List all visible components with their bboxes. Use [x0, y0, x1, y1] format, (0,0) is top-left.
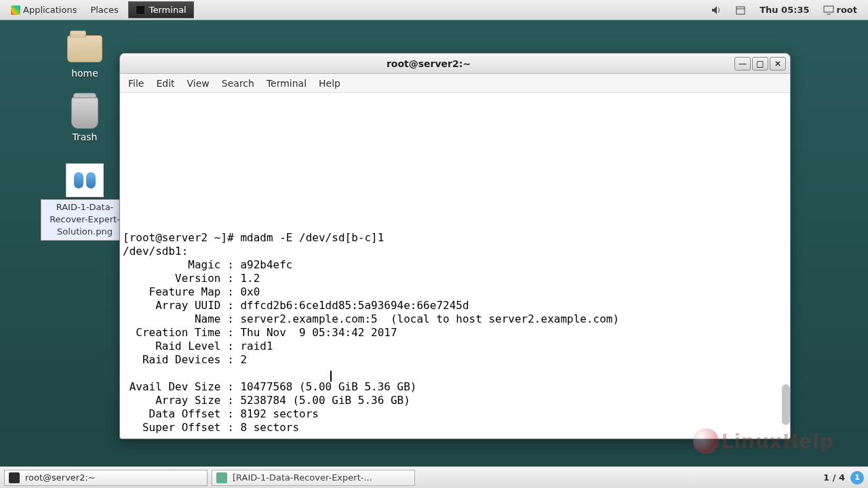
menu-search[interactable]: Search: [222, 78, 254, 89]
terminal-body[interactable]: [root@server2 ~]# mdadm -E /dev/sd[b-c]1…: [120, 93, 790, 439]
close-button[interactable]: ✕: [770, 57, 786, 70]
window-title: root@server2:~: [124, 58, 733, 69]
scrollbar[interactable]: [782, 93, 790, 439]
minimize-button[interactable]: —: [734, 57, 751, 70]
maximize-button[interactable]: □: [752, 57, 768, 70]
taskbar-image-viewer[interactable]: [RAID-1-Data-Recover-Expert-...: [212, 470, 415, 486]
active-app-label: Terminal: [149, 5, 186, 15]
text-cursor: [330, 371, 332, 382]
trash[interactable]: Trash: [66, 98, 104, 142]
svg-rect-2: [824, 6, 833, 12]
menu-help[interactable]: Help: [319, 78, 340, 89]
user-menu[interactable]: root: [816, 2, 865, 18]
terminal-output: [root@server2 ~]# mdadm -E /dev/sd[b-c]1…: [123, 231, 785, 434]
places-menu[interactable]: Places: [83, 2, 125, 18]
terminal-window: root@server2:~ — □ ✕ File Edit View Sear…: [119, 53, 791, 439]
applications-label: Applications: [23, 5, 77, 15]
apps-icon: [11, 5, 20, 15]
terminal-task-icon: [9, 472, 20, 483]
menubar: File Edit View Search Terminal Help: [120, 74, 790, 93]
menu-edit[interactable]: Edit: [156, 78, 174, 89]
raid-png-label: RAID-1-Data-Recover-Expert-Solution.png: [41, 199, 129, 241]
clock-label: Thu 05:35: [760, 5, 809, 15]
watermark-logo: LinuxHelp: [693, 428, 834, 454]
scrollbar-thumb[interactable]: [782, 384, 790, 425]
desktop-icons: home Trash RAID-1-Data-Recover-Expert-So…: [41, 34, 129, 241]
home-folder[interactable]: home: [66, 34, 104, 79]
bottom-panel: root@server2:~ [RAID-1-Data-Recover-Expe…: [0, 466, 868, 488]
taskbar-image-label: [RAID-1-Data-Recover-Expert-...: [233, 472, 372, 483]
trash-icon: [71, 96, 98, 129]
places-label: Places: [90, 5, 118, 15]
raid-png-file[interactable]: RAID-1-Data-Recover-Expert-Solution.png: [41, 165, 129, 241]
page-indicator: 1 / 4 1: [823, 471, 864, 485]
svg-rect-0: [736, 7, 745, 14]
watermark-text: LinuxHelp: [722, 430, 834, 453]
page-text: 1 / 4: [823, 472, 845, 483]
clock[interactable]: Thu 05:35: [753, 2, 816, 18]
calendar-icon[interactable]: [728, 2, 753, 18]
titlebar[interactable]: root@server2:~ — □ ✕: [120, 54, 790, 74]
volume-icon[interactable]: [704, 2, 728, 18]
menu-file[interactable]: File: [128, 78, 144, 89]
image-file-icon: [66, 163, 104, 197]
user-label: root: [837, 5, 858, 15]
taskbar-terminal[interactable]: root@server2:~: [4, 470, 208, 486]
applications-menu[interactable]: Applications: [4, 2, 83, 18]
menu-terminal[interactable]: Terminal: [267, 78, 307, 89]
top-panel: Applications Places Terminal Thu 05:35 r…: [0, 0, 868, 20]
watermark-icon: [693, 428, 719, 454]
active-app-button[interactable]: Terminal: [128, 1, 194, 18]
trash-label: Trash: [66, 131, 104, 142]
menu-view[interactable]: View: [187, 78, 210, 89]
monitor-icon: [823, 5, 834, 15]
image-task-icon: [216, 472, 227, 483]
home-label: home: [66, 68, 104, 79]
terminal-icon: [136, 5, 145, 15]
folder-icon: [67, 35, 102, 62]
workspace-switcher[interactable]: 1: [850, 471, 864, 485]
taskbar-terminal-label: root@server2:~: [25, 472, 96, 483]
